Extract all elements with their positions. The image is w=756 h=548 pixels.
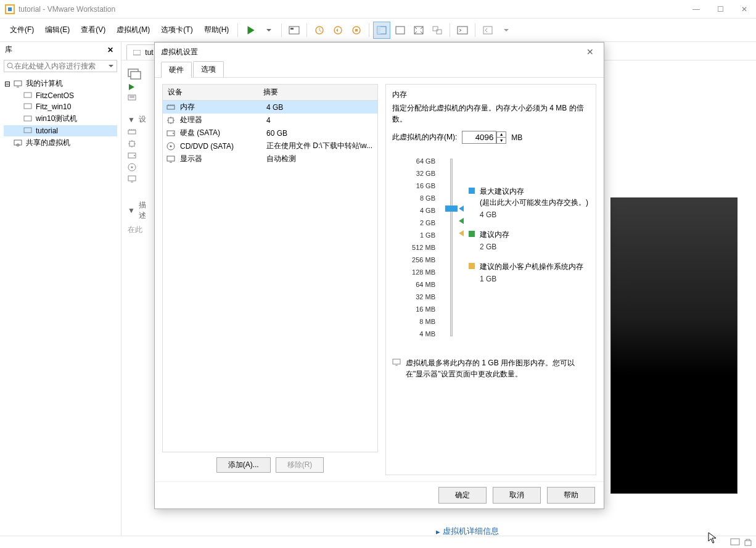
power-on-button[interactable]	[242, 22, 259, 39]
memory-slider-handle[interactable]	[445, 206, 458, 212]
minimize-button[interactable]: —	[689, 4, 704, 15]
stretch-button[interactable]	[479, 22, 496, 39]
description-hint: 在此	[128, 223, 149, 237]
stretch-dropdown[interactable]	[498, 22, 515, 39]
svg-rect-17	[14, 81, 22, 86]
legend-max-color	[469, 188, 475, 194]
memory-slider[interactable]	[443, 155, 461, 340]
menu-help[interactable]: 帮助(H)	[199, 22, 234, 38]
tree-vm-win10测试机[interactable]: win10测试机	[4, 112, 117, 125]
svg-rect-19	[24, 104, 31, 109]
status-icon-2[interactable]	[744, 538, 752, 547]
memory-desc: 指定分配给此虚拟机的内存量。内存大小必须为 4 MB 的倍数。	[392, 102, 590, 125]
scale-tick: 32 GB	[392, 167, 435, 180]
edit-settings-link[interactable]	[128, 93, 149, 104]
max-marker-icon	[459, 206, 464, 212]
tree-root-my-computer[interactable]: ⊟ 我的计算机	[4, 77, 117, 90]
close-button[interactable]: ✕	[738, 4, 751, 15]
menu-file[interactable]: 文件(F)	[5, 22, 39, 38]
hw-row-cd[interactable]: CD/DVD (SATA)正在使用文件 D:\下载中转站\w...	[163, 139, 377, 152]
vm-icon	[23, 91, 33, 100]
svg-rect-2	[289, 27, 299, 34]
devices-header-label: 设	[139, 114, 146, 125]
svg-rect-44	[745, 541, 751, 546]
svg-rect-43	[731, 539, 739, 545]
svg-rect-14	[458, 27, 467, 34]
console-button[interactable]	[454, 22, 471, 39]
memory-spinner[interactable]: ▲▼	[496, 131, 506, 144]
titlebar: tutorial - VMware Workstation — ☐ ✕	[0, 0, 756, 19]
hw-device-summary: 4 GB	[266, 103, 374, 112]
tab-hardware[interactable]: 硬件	[161, 62, 192, 78]
search-input[interactable]	[14, 62, 108, 70]
library-close-button[interactable]: ✕	[105, 46, 116, 54]
description-header: ▼ 描述	[128, 198, 149, 223]
spinner-down[interactable]: ▼	[497, 138, 506, 143]
snapshot-take-button[interactable]	[311, 22, 328, 39]
search-dropdown-icon[interactable]	[108, 63, 114, 69]
svg-rect-42	[393, 359, 400, 364]
spinner-up[interactable]: ▲	[497, 132, 506, 138]
hw-device-summary: 4	[266, 116, 374, 125]
search-icon	[7, 62, 14, 70]
svg-point-38	[173, 133, 174, 134]
menu-tabs[interactable]: 选项卡(T)	[156, 22, 197, 38]
view-thumbnail-button[interactable]	[392, 22, 409, 39]
hw-row-disk[interactable]: 硬盘 (SATA)60 GB	[163, 127, 377, 139]
svg-rect-41	[167, 156, 175, 161]
window-title: tutorial - VMware Workstation	[18, 5, 115, 14]
col-device-header: 设备	[163, 85, 258, 100]
add-hardware-button[interactable]: 添加(A)...	[216, 457, 271, 473]
maximize-button[interactable]: ☐	[713, 4, 728, 15]
snapshot-revert-button[interactable]	[329, 22, 347, 39]
memory-input[interactable]	[462, 131, 496, 144]
cancel-button[interactable]: 取消	[493, 487, 541, 504]
rec-marker-icon	[459, 218, 464, 224]
hw-row-cpu[interactable]: 处理器4	[163, 114, 377, 127]
dialog-close-button[interactable]: ✕	[583, 46, 598, 58]
hw-row-memory[interactable]: 内存4 GB	[163, 101, 377, 114]
tree-vm-FitzCentOS[interactable]: FitzCentOS	[4, 90, 117, 101]
memory-label: 此虚拟机的内存(M):	[392, 132, 457, 143]
snapshot-manager-button[interactable]	[348, 22, 365, 39]
help-button[interactable]: 帮助	[547, 487, 595, 504]
menu-edit[interactable]: 编辑(E)	[40, 22, 75, 38]
menubar: 文件(F) 编辑(E) 查看(V) 虚拟机(M) 选项卡(T) 帮助(H)	[0, 19, 756, 42]
menu-view[interactable]: 查看(V)	[76, 22, 110, 38]
tree-vm-label: Fitz_win10	[36, 102, 71, 111]
library-search[interactable]	[4, 60, 117, 72]
svg-rect-36	[168, 118, 173, 123]
hw-device-name: 内存	[180, 102, 266, 112]
scale-tick: 64 GB	[392, 155, 435, 167]
tree-shared-label: 共享的虚拟机	[26, 138, 70, 148]
memory-settings-panel: 内存 指定分配给此虚拟机的内存量。内存大小必须为 4 MB 的倍数。 此虚拟机的…	[385, 84, 596, 475]
display-icon	[166, 156, 176, 163]
view-single-button[interactable]	[373, 22, 390, 39]
status-icon-1[interactable]	[730, 538, 740, 547]
expand-icon[interactable]: ⊟	[4, 80, 11, 88]
svg-rect-3	[290, 28, 294, 30]
scale-tick: 8 MB	[392, 315, 435, 328]
statusbar	[0, 536, 756, 548]
svg-rect-21	[24, 128, 31, 133]
tab-options[interactable]: 选项	[193, 61, 224, 77]
hw-row-display[interactable]: 显示器自动检测	[163, 152, 377, 165]
legend-min-color	[469, 263, 475, 269]
tree-vm-label: FitzCentOS	[36, 91, 74, 100]
send-keys-button[interactable]	[286, 22, 303, 39]
memory-scale: 64 GB32 GB16 GB8 GB4 GB2 GB1 GB512 MB256…	[392, 155, 435, 340]
menu-vm[interactable]: 虚拟机(M)	[112, 22, 155, 38]
fullscreen-button[interactable]	[410, 22, 427, 39]
dialog-title: 虚拟机设置	[161, 47, 198, 57]
computer-icon	[14, 80, 23, 88]
tree-vm-Fitz_win10[interactable]: Fitz_win10	[4, 101, 117, 112]
vm-settings-dialog: 虚拟机设置 ✕ 硬件 选项 设备 摘要 内存4 GB处理器4硬盘 (SATA)6…	[154, 42, 604, 509]
tree-vm-tutorial[interactable]: tutorial	[4, 125, 117, 136]
ok-button[interactable]: 确定	[438, 487, 487, 504]
unity-button[interactable]	[429, 22, 446, 39]
legend-min-value: 1 GB	[480, 273, 583, 284]
power-on-link[interactable]	[128, 81, 149, 93]
memory-unit: MB	[511, 133, 522, 142]
tree-shared-vms[interactable]: 共享的虚拟机	[4, 136, 117, 149]
power-dropdown[interactable]	[260, 22, 277, 39]
